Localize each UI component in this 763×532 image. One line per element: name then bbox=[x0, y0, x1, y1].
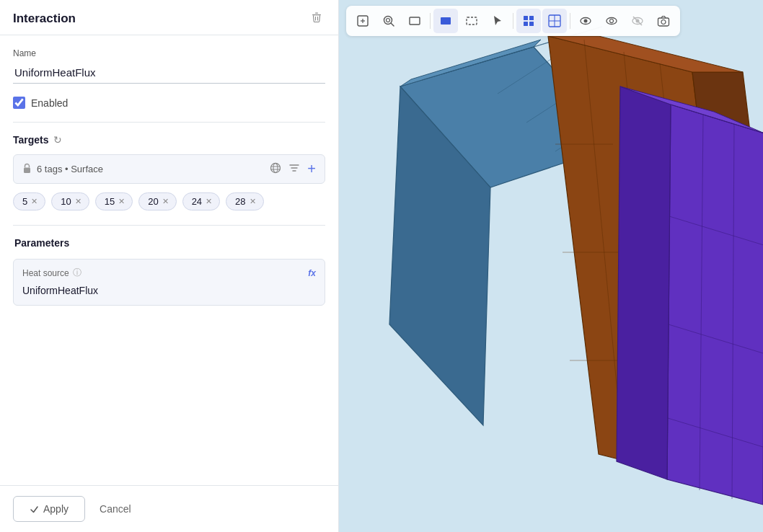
svg-point-28 bbox=[610, 19, 614, 23]
grid2-button[interactable] bbox=[542, 9, 567, 33]
svg-rect-20 bbox=[524, 22, 528, 26]
tag-value-5: 5 bbox=[22, 196, 27, 207]
cursor-tool-button[interactable] bbox=[485, 9, 510, 33]
heat-source-field: Heat source ⓘ fx UniformHeatFlux bbox=[13, 259, 325, 306]
tag-value-20: 20 bbox=[148, 196, 158, 207]
svg-point-27 bbox=[607, 18, 617, 25]
filter-button[interactable] bbox=[288, 162, 300, 177]
svg-point-13 bbox=[387, 19, 390, 22]
param-field-header: Heat source ⓘ fx bbox=[22, 267, 316, 279]
svg-rect-19 bbox=[529, 16, 534, 20]
tag-chip-5: 5 ✕ bbox=[13, 192, 45, 210]
rectangle-icon bbox=[408, 14, 421, 27]
heat-source-label: Heat source bbox=[22, 268, 69, 278]
remove-tag-5[interactable]: ✕ bbox=[31, 198, 38, 205]
tag-value-15: 15 bbox=[105, 196, 115, 207]
panel-title: Interaction bbox=[13, 12, 76, 26]
eye3-button[interactable] bbox=[625, 9, 650, 33]
name-label: Name bbox=[13, 48, 325, 58]
toolbar-divider-3 bbox=[570, 13, 570, 29]
eye1-button[interactable] bbox=[573, 9, 598, 33]
tags-info-left: 6 tags • Surface bbox=[22, 163, 103, 176]
dashed-rect-button[interactable] bbox=[459, 9, 484, 33]
svg-point-6 bbox=[273, 163, 278, 172]
enabled-checkbox[interactable] bbox=[13, 97, 25, 109]
grid1-button[interactable] bbox=[516, 9, 541, 33]
3d-scene bbox=[339, 0, 763, 532]
tag-chip-28: 28 ✕ bbox=[226, 192, 263, 210]
filled-rect-icon bbox=[439, 14, 452, 27]
zoom-icon bbox=[382, 14, 395, 27]
camera-button[interactable] bbox=[651, 9, 676, 33]
grid2-icon bbox=[548, 14, 561, 27]
zoom-tool-button[interactable] bbox=[376, 9, 401, 33]
eye2-button[interactable] bbox=[599, 9, 624, 33]
grid1-icon bbox=[522, 14, 535, 27]
purple-shape bbox=[617, 87, 763, 505]
svg-rect-4 bbox=[24, 167, 30, 173]
camera-icon bbox=[657, 14, 670, 27]
svg-marker-53 bbox=[667, 105, 763, 505]
svg-rect-16 bbox=[441, 17, 451, 25]
name-input[interactable] bbox=[13, 62, 325, 84]
select-tool-button[interactable] bbox=[350, 9, 375, 33]
rect-tool-button[interactable] bbox=[402, 9, 427, 33]
fx-button[interactable]: fx bbox=[308, 268, 316, 278]
remove-tag-24[interactable]: ✕ bbox=[206, 198, 212, 205]
remove-tag-28[interactable]: ✕ bbox=[250, 198, 256, 205]
svg-line-14 bbox=[391, 23, 394, 26]
parameters-title: Parameters bbox=[13, 237, 325, 249]
eye3-icon bbox=[631, 14, 644, 27]
right-panel bbox=[339, 0, 763, 532]
svg-rect-1 bbox=[315, 13, 318, 14]
refresh-icon[interactable]: ↻ bbox=[53, 134, 62, 146]
tag-chip-15: 15 ✕ bbox=[95, 192, 133, 210]
toolbar bbox=[346, 6, 680, 36]
info-icon: ⓘ bbox=[73, 267, 81, 279]
panel-header: Interaction bbox=[0, 0, 338, 35]
enabled-label: Enabled bbox=[31, 97, 68, 109]
delete-button[interactable] bbox=[308, 10, 325, 27]
toolbar-divider-2 bbox=[513, 13, 513, 29]
svg-point-26 bbox=[584, 19, 588, 23]
remove-tag-15[interactable]: ✕ bbox=[118, 198, 125, 205]
tag-value-28: 28 bbox=[235, 196, 245, 207]
dashed-rect-icon bbox=[465, 14, 478, 27]
svg-rect-0 bbox=[312, 14, 321, 15]
name-field-group: Name bbox=[13, 48, 325, 84]
cancel-button[interactable]: Cancel bbox=[94, 497, 137, 521]
svg-rect-15 bbox=[410, 17, 420, 25]
svg-rect-17 bbox=[467, 17, 477, 25]
filled-rect-button[interactable] bbox=[433, 9, 458, 33]
left-panel: Interaction Name Enabled Targets ↻ bbox=[0, 0, 339, 532]
heat-source-value: UniformHeatFlux bbox=[22, 283, 316, 298]
panel-footer: Apply Cancel bbox=[0, 485, 338, 532]
divider-1 bbox=[13, 122, 325, 123]
remove-tag-20[interactable]: ✕ bbox=[162, 198, 169, 205]
eye1-icon bbox=[579, 14, 592, 27]
add-tag-button[interactable]: + bbox=[307, 161, 316, 177]
globe-button[interactable] bbox=[270, 162, 281, 177]
viewport-canvas bbox=[339, 0, 763, 532]
enabled-row: Enabled bbox=[13, 97, 325, 109]
toolbar-divider-1 bbox=[430, 13, 431, 29]
svg-marker-54 bbox=[617, 87, 671, 479]
tags-chips: 5 ✕ 10 ✕ 15 ✕ 20 ✕ 24 ✕ 28 ✕ bbox=[13, 192, 325, 210]
tags-info-row: 6 tags • Surface + bbox=[13, 154, 325, 184]
select-icon bbox=[356, 14, 369, 27]
targets-title: Targets bbox=[13, 134, 49, 146]
parameters-section: Parameters Heat source ⓘ fx UniformHeatF… bbox=[13, 225, 325, 306]
apply-button[interactable]: Apply bbox=[13, 496, 85, 522]
svg-point-5 bbox=[271, 163, 281, 172]
tags-actions: + bbox=[270, 161, 316, 177]
checkmark-icon bbox=[30, 505, 39, 514]
svg-rect-18 bbox=[524, 16, 528, 20]
trash-icon bbox=[311, 12, 322, 23]
tag-chip-20: 20 ✕ bbox=[138, 192, 176, 210]
svg-rect-21 bbox=[529, 22, 534, 26]
remove-tag-10[interactable]: ✕ bbox=[75, 198, 81, 205]
cursor-icon bbox=[491, 14, 504, 27]
tags-info-text: 6 tags • Surface bbox=[37, 164, 103, 174]
targets-header: Targets ↻ bbox=[13, 134, 325, 146]
eye2-icon bbox=[605, 14, 618, 27]
